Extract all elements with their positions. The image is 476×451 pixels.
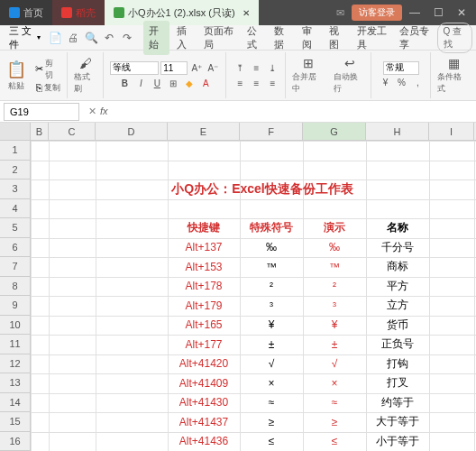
align-mid[interactable]: ≡ xyxy=(249,60,263,75)
align-bot[interactable]: ⤓ xyxy=(265,60,279,75)
row-header-3[interactable]: 3 xyxy=(0,179,30,199)
cell-E7[interactable]: Alt+153 xyxy=(168,257,240,277)
bold-button[interactable]: B xyxy=(117,76,132,90)
tab-insert[interactable]: 插入 xyxy=(171,21,197,55)
cell-F14[interactable]: ≈ xyxy=(240,393,303,413)
tab-data[interactable]: 数据 xyxy=(269,21,295,55)
col-header-B[interactable]: B xyxy=(31,123,49,140)
col-header-D[interactable]: D xyxy=(96,123,168,140)
file-menu[interactable]: 三 文件▾ xyxy=(4,23,46,53)
cell-H7[interactable]: 商标 xyxy=(366,257,429,277)
col-header-F[interactable]: F xyxy=(240,123,303,140)
close-button[interactable]: ✕ xyxy=(451,2,472,23)
font-select[interactable] xyxy=(110,61,159,75)
cell-E5[interactable]: 快捷键 xyxy=(168,218,240,238)
cell-H14[interactable]: 约等于 xyxy=(366,393,429,413)
cell-G16[interactable]: ≤ xyxy=(303,432,366,452)
cell-E13[interactable]: Alt+41409 xyxy=(168,373,240,393)
close-icon[interactable]: ✕ xyxy=(243,8,250,18)
cell-H15[interactable]: 大于等于 xyxy=(366,412,429,432)
print-icon[interactable]: 🖨 xyxy=(66,31,80,45)
cell-H13[interactable]: 打叉 xyxy=(366,373,429,393)
preview-icon[interactable]: 🔍 xyxy=(84,31,98,45)
fill-button[interactable]: ◆ xyxy=(182,76,197,90)
search-button[interactable]: Q 查找 xyxy=(437,23,472,53)
row-header-7[interactable]: 7 xyxy=(0,257,30,277)
cell-G5[interactable]: 演示 xyxy=(303,218,366,238)
cell-F9[interactable]: ³ xyxy=(240,296,303,316)
shrink-font-button[interactable]: A⁻ xyxy=(206,60,220,75)
spreadsheet-grid[interactable]: BCDEFGHI 12345678910111213141516 小Q办公：Ex… xyxy=(0,123,476,451)
row-header-15[interactable]: 15 xyxy=(0,412,30,432)
cell-H6[interactable]: 千分号 xyxy=(366,238,429,258)
cell-F15[interactable]: ≥ xyxy=(240,412,303,432)
row-header-11[interactable]: 11 xyxy=(0,335,30,354)
tab-view[interactable]: 视图 xyxy=(324,21,350,55)
comma-button[interactable]: , xyxy=(410,76,425,90)
cell-G15[interactable]: ≥ xyxy=(303,412,366,432)
cell-E16[interactable]: Alt+41436 xyxy=(168,432,240,452)
size-select[interactable] xyxy=(160,61,188,75)
row-header-5[interactable]: 5 xyxy=(0,218,30,238)
cell-F12[interactable]: √ xyxy=(240,354,303,374)
row-header-6[interactable]: 6 xyxy=(0,238,30,258)
row-header-12[interactable]: 12 xyxy=(0,354,30,374)
row-header-4[interactable]: 4 xyxy=(0,199,30,219)
guest-login-button[interactable]: 访客登录 xyxy=(352,5,402,21)
cell-G8[interactable]: ² xyxy=(303,277,366,297)
number-format[interactable] xyxy=(383,61,419,75)
merge-button[interactable]: ⊞ 合并居中 xyxy=(289,52,327,98)
cell-F8[interactable]: ² xyxy=(240,277,303,297)
align-left[interactable]: ≡ xyxy=(233,76,247,90)
paste-group[interactable]: 📋 粘贴 xyxy=(4,52,29,98)
fx-button[interactable]: fx xyxy=(100,106,108,117)
tab-start[interactable]: 开始 xyxy=(143,21,169,55)
cell-H5[interactable]: 名称 xyxy=(366,218,429,238)
col-header-I[interactable]: I xyxy=(429,123,474,140)
cell-E14[interactable]: Alt+41430 xyxy=(168,393,240,413)
tab-formula[interactable]: 公式 xyxy=(242,21,268,55)
cell-H9[interactable]: 立方 xyxy=(366,296,429,316)
format-painter[interactable]: 🖌 格式刷 xyxy=(71,52,105,98)
cell-E6[interactable]: Alt+137 xyxy=(168,238,240,258)
cell-F16[interactable]: ≤ xyxy=(240,432,303,452)
cond-format[interactable]: ▦ 条件格式 xyxy=(435,52,472,98)
align-top[interactable]: ⤒ xyxy=(233,60,247,75)
italic-button[interactable]: I xyxy=(133,76,148,90)
tab-dev[interactable]: 开发工具 xyxy=(352,21,392,55)
row-header-14[interactable]: 14 xyxy=(0,393,30,413)
row-header-1[interactable]: 1 xyxy=(0,141,30,161)
messages-icon[interactable]: ✉ xyxy=(336,7,344,19)
cell-E15[interactable]: Alt+41437 xyxy=(168,412,240,432)
cell-H10[interactable]: 货币 xyxy=(366,316,429,336)
cell-F10[interactable]: ¥ xyxy=(240,316,303,336)
align-center[interactable]: ≡ xyxy=(249,76,263,90)
cell-G9[interactable]: ³ xyxy=(303,296,366,316)
font-color-button[interactable]: A xyxy=(198,76,213,90)
wrap-button[interactable]: ↩ 自动换行 xyxy=(331,52,372,98)
cell-F6[interactable]: ‰ xyxy=(240,238,303,258)
cell-E11[interactable]: Alt+177 xyxy=(168,335,240,354)
cell-G13[interactable]: × xyxy=(303,373,366,393)
underline-button[interactable]: U xyxy=(150,76,164,90)
row-header-8[interactable]: 8 xyxy=(0,277,30,297)
tab-docer[interactable]: 稻壳 xyxy=(52,0,105,25)
cell-F5[interactable]: 特殊符号 xyxy=(240,218,303,238)
cell-G14[interactable]: ≈ xyxy=(303,393,366,413)
row-header-10[interactable]: 10 xyxy=(0,316,30,336)
cell-G10[interactable]: ¥ xyxy=(303,316,366,336)
cell-G7[interactable]: ™ xyxy=(303,257,366,277)
cell-F11[interactable]: ± xyxy=(240,335,303,354)
grow-font-button[interactable]: A⁺ xyxy=(189,60,204,75)
row-header-9[interactable]: 9 xyxy=(0,296,30,316)
row-header-2[interactable]: 2 xyxy=(0,161,30,180)
cell-H12[interactable]: 打钩 xyxy=(366,354,429,374)
cancel-fx[interactable]: ✕ xyxy=(88,106,96,117)
currency-button[interactable]: ¥ xyxy=(378,76,392,90)
border-button[interactable]: ⊞ xyxy=(166,76,180,90)
cell-F7[interactable]: ™ xyxy=(240,257,303,277)
cut-button[interactable]: ✂剪切 xyxy=(35,58,61,81)
col-header-C[interactable]: C xyxy=(49,123,96,140)
redo-icon[interactable]: ↷ xyxy=(120,31,134,45)
row-header-13[interactable]: 13 xyxy=(0,373,30,393)
